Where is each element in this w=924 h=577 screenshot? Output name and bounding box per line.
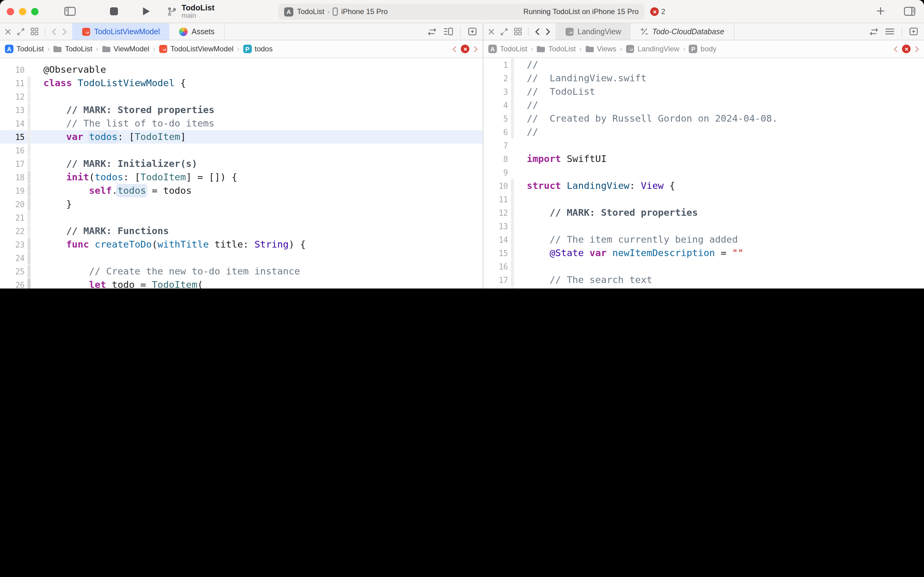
fold-ribbon[interactable] (511, 179, 514, 193)
previous-issue-icon[interactable] (893, 45, 898, 52)
right-code-editor[interactable]: 1//2// LandingView.swift3// TodoList4//5… (483, 58, 924, 288)
fold-ribbon[interactable] (27, 143, 31, 157)
next-issue-icon[interactable] (915, 45, 919, 52)
next-issue-icon[interactable] (473, 45, 478, 52)
close-window-button[interactable] (7, 8, 14, 15)
fold-ribbon[interactable] (27, 211, 31, 224)
fold-ribbon[interactable] (27, 278, 31, 288)
code-line-21[interactable]: 21 (0, 211, 483, 224)
line-number[interactable]: 4 (483, 100, 508, 110)
editor-grid-icon[interactable] (514, 27, 522, 35)
swap-editor-icon[interactable] (869, 28, 878, 35)
fold-ribbon[interactable] (511, 287, 514, 288)
back-icon[interactable] (52, 28, 56, 35)
code-line-11[interactable]: 11class TodoListViewModel { (0, 76, 483, 90)
scheme-name[interactable]: TodoList (297, 7, 324, 16)
fold-ribbon[interactable] (27, 130, 31, 143)
code-line-6[interactable]: 6// (483, 125, 924, 139)
line-number[interactable]: 11 (0, 79, 24, 88)
fold-ribbon[interactable] (27, 238, 31, 251)
swap-editor-icon[interactable] (428, 28, 436, 35)
error-count[interactable]: 2 (650, 7, 665, 16)
code-line-10[interactable]: 10struct LandingView: View { (483, 179, 924, 193)
code-line-16[interactable]: 16 (0, 143, 483, 157)
code-line-20[interactable]: 20 } (0, 197, 483, 211)
code-line-13[interactable]: 13 (483, 219, 924, 233)
fold-ribbon[interactable] (27, 63, 31, 76)
previous-issue-icon[interactable] (452, 45, 457, 52)
code-line-14[interactable]: 14 // The list of to-do items (0, 117, 483, 130)
fold-ribbon[interactable] (27, 184, 31, 197)
fold-ribbon[interactable] (27, 76, 31, 90)
line-number[interactable]: 20 (0, 200, 24, 209)
fold-ribbon[interactable] (27, 251, 31, 265)
breadcrumb-item-body[interactable]: Pbody (689, 45, 716, 53)
fold-ribbon[interactable] (27, 265, 31, 278)
line-number[interactable]: 14 (0, 119, 24, 128)
line-number[interactable]: 21 (0, 213, 24, 222)
breadcrumb-item-viewmodel[interactable]: ViewModel (102, 45, 150, 53)
fold-ribbon[interactable] (27, 103, 31, 117)
line-number[interactable]: 5 (483, 114, 508, 123)
code-line-4[interactable]: 4// (483, 98, 924, 112)
code-line-9[interactable]: 9 (483, 166, 924, 179)
line-number[interactable]: 10 (0, 65, 24, 74)
code-line-17[interactable]: 17 // The search text (483, 273, 924, 287)
fold-ribbon[interactable] (511, 246, 514, 260)
line-number[interactable]: 3 (483, 87, 508, 96)
close-editor-icon[interactable] (5, 28, 11, 34)
code-line-25[interactable]: 25 // Create the new to-do item instance (0, 265, 483, 278)
code-line-22[interactable]: 22 // MARK: Functions (0, 224, 483, 238)
breadcrumb-item-todolistviewmodel[interactable]: TodoListViewModel (159, 45, 233, 53)
fold-ribbon[interactable] (27, 171, 31, 184)
code-line-15[interactable]: 15 @State var newItemDescription = "" (483, 246, 924, 260)
line-number[interactable]: 6 (483, 127, 508, 137)
focus-editor-icon[interactable] (17, 28, 24, 35)
breadcrumb-item-todos[interactable]: Ptodos (243, 45, 273, 53)
fold-ribbon[interactable] (511, 71, 514, 85)
tab-todo-clouddatabase[interactable]: Todo-CloudDatabase (631, 23, 734, 40)
run-destination[interactable]: iPhone 15 Pro (341, 7, 388, 16)
editor-grid-icon[interactable] (31, 27, 39, 35)
fold-ribbon[interactable] (511, 58, 514, 71)
code-line-18[interactable]: 18 @State var searchText = "" (483, 287, 924, 288)
tab-todolistviewmodel[interactable]: TodoListViewModel (72, 23, 170, 40)
code-line-1[interactable]: 1// (483, 58, 924, 71)
fold-ribbon[interactable] (511, 273, 514, 287)
line-number[interactable]: 12 (483, 208, 508, 217)
line-number[interactable]: 15 (0, 132, 24, 142)
code-line-23[interactable]: 23 func createToDo(withTitle title: Stri… (0, 238, 483, 251)
fold-ribbon[interactable] (511, 193, 514, 206)
fold-ribbon[interactable] (27, 117, 31, 130)
fold-ribbon[interactable] (511, 166, 514, 179)
fold-ribbon[interactable] (511, 139, 514, 152)
breadcrumb-item-views[interactable]: Views (586, 45, 617, 53)
code-line-12[interactable]: 12 // MARK: Stored properties (483, 206, 924, 219)
close-editor-icon[interactable] (488, 28, 494, 34)
code-line-17[interactable]: 17 // MARK: Initializer(s) (0, 157, 483, 171)
line-number[interactable]: 11 (483, 195, 508, 204)
issue-badge-icon[interactable] (461, 45, 469, 53)
editor-options-icon[interactable] (444, 27, 453, 35)
line-number[interactable]: 9 (483, 168, 508, 177)
breadcrumb-item-todolist[interactable]: ATodoList (488, 45, 527, 53)
line-number[interactable]: 18 (0, 172, 24, 182)
line-number[interactable]: 13 (483, 222, 508, 231)
code-line-2[interactable]: 2// LandingView.swift (483, 71, 924, 85)
code-line-3[interactable]: 3// TodoList (483, 85, 924, 98)
breadcrumb-item-todolist[interactable]: ATodoList (5, 45, 44, 53)
line-number[interactable]: 12 (0, 92, 24, 101)
code-line-24[interactable]: 24 (0, 251, 483, 265)
code-line-26[interactable]: 26 let todo = TodoItem( (0, 278, 483, 288)
issue-badge-icon[interactable] (902, 45, 911, 53)
zoom-window-button[interactable] (31, 8, 39, 15)
forward-icon[interactable] (62, 28, 67, 35)
fold-ribbon[interactable] (511, 112, 514, 125)
tab-landingview[interactable]: LandingView (555, 23, 631, 40)
line-number[interactable]: 24 (0, 253, 24, 263)
code-line-7[interactable]: 7 (483, 139, 924, 152)
add-editor-icon[interactable] (910, 27, 918, 35)
scheme-selector[interactable]: A TodoList › iPhone 15 Pro Running TodoL… (278, 4, 645, 19)
code-line-11[interactable]: 11 (483, 193, 924, 206)
line-number[interactable]: 16 (0, 146, 24, 155)
